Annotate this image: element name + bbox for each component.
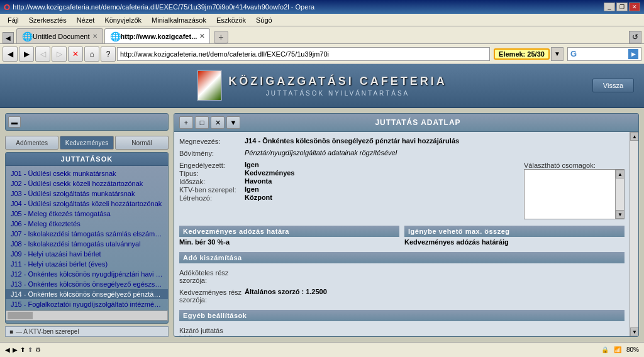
list-item-j08[interactable]: J08 - Iskolakezdési támogatás utalvánnya… — [6, 239, 168, 249]
zoom-level[interactable]: 80% — [626, 346, 639, 353]
valasztható-box[interactable]: ▲ ▼ — [524, 169, 625, 219]
kizaro-label: Kizáró juttatás kódja: — [179, 326, 242, 336]
page-content: KÖZIGAZGATÁSI CAFETERIA JUTTATÁSOK NYILV… — [0, 64, 644, 342]
list-item-j05[interactable]: J05 - Meleg étkezés támogatása — [6, 209, 168, 219]
right-panel: + □ ✕ ▼ JUTTATÁS ADATLAP Megnevezés: — [174, 113, 639, 337]
menu-szerkesztes[interactable]: Szerkesztés — [24, 15, 72, 25]
list-item-j01[interactable]: J01 - Üdülési csekk munkatársnak — [6, 168, 168, 178]
status-icons-left: ◀ ▶ ⬆ ⬆ ⚙ — [5, 346, 41, 353]
kizaro-row: Kizáró juttatás kódja: — [179, 326, 625, 336]
list-item-j06[interactable]: J06 - Meleg étkeztetés — [6, 219, 168, 229]
header-back: Vissza — [592, 79, 634, 92]
horizontal-scrollbar[interactable] — [6, 310, 168, 321]
engedélyezett-row: Engedélyezett: Igen — [179, 161, 519, 169]
egyeb-section-title: Egyéb beállítások — [179, 310, 625, 321]
valasztható-label: Választható csomagok: — [524, 161, 596, 169]
tab-kedvezmenyes[interactable]: Kedvezményes — [60, 136, 113, 150]
bovitmeny-value: Pénztár/nyugdíjszolgáltató adatainak rög… — [245, 149, 625, 157]
menu-eszkozok[interactable]: Eszközök — [211, 15, 251, 25]
megnevezes-value: J14 - Önkéntes kölcsönös önsegélyező pén… — [245, 137, 625, 145]
nav-home-button[interactable]: ⌂ — [84, 47, 99, 62]
list-item-j11[interactable]: J11 - Helyi utazási bérlet (éves) — [6, 259, 168, 269]
menu-fajl[interactable]: Fájl — [3, 15, 24, 25]
tab-adómentes[interactable]: Adómentes — [5, 136, 58, 150]
juttatások-list[interactable]: J01 - Üdülési csekk munkatársnak J02 - Ü… — [6, 166, 168, 310]
list-item-j02[interactable]: J02 - Üdülési csekk közeli hozzátartozón… — [6, 178, 168, 189]
tab1-icon: 🌐 — [22, 31, 33, 41]
tipus-row: Típus: Kedvezményes — [179, 169, 519, 177]
nav-forward-button[interactable]: ▶ — [19, 47, 34, 62]
tab2-label: http://www.kozigcafet... — [121, 33, 197, 40]
menu-konyvjelzok[interactable]: Könyvjelzők — [99, 15, 147, 25]
nav-forward2-button[interactable]: ▷ — [52, 47, 67, 62]
letrehozó-value: Központ — [245, 194, 519, 201]
element-counter: Elemek: 25/30 — [494, 48, 550, 60]
scrollbar-thumb[interactable] — [8, 312, 33, 319]
col-left: Engedélyezett: Igen Típus: Kedvezményes … — [179, 161, 519, 219]
tab-kozigcafet[interactable]: 🌐 http://www.kozigcafet... ✕ — [104, 28, 211, 43]
add-button[interactable]: + — [179, 116, 193, 129]
minimize-button[interactable]: _ — [604, 3, 615, 11]
collapse-button[interactable]: ▬ — [8, 116, 21, 128]
tab1-close[interactable]: ✕ — [92, 33, 97, 40]
right-panel-header: + □ ✕ ▼ JUTTATÁS ADATLAP — [174, 114, 638, 132]
search-button[interactable]: ▶ — [628, 49, 638, 59]
list-item-j14[interactable]: J14 - Önkéntes kölcsönös önsegélyező pén… — [6, 289, 168, 299]
list-item-j09[interactable]: J09 - Helyi utazási havi bérlet — [6, 249, 168, 259]
status-icon-1: ◀ — [5, 346, 10, 353]
coat-of-arms-logo — [197, 70, 222, 101]
bottom-status: ◀ ▶ ⬆ ⬆ ⚙ 🔒 📶 80% — [0, 342, 644, 357]
tab-control[interactable]: ◀ — [3, 32, 14, 43]
letrehozó-row: Létrehozó: Központ — [179, 194, 519, 202]
status-icon-4: ⬆ — [28, 346, 33, 353]
tab-bar: ◀ 🌐 Untitled Document ✕ 🌐 http://www.koz… — [0, 26, 644, 44]
title-bar-controls: _ ❐ ✕ — [604, 3, 640, 11]
megnevezes-label: Megnevezés: — [179, 137, 242, 145]
nav-help-button[interactable]: ? — [101, 47, 116, 62]
search-input[interactable] — [578, 50, 628, 58]
right-scroll-up[interactable]: ▲ — [630, 132, 638, 141]
igenybe-section-title: Igénybe vehető max. összeg — [404, 226, 625, 237]
menu-minikalmazasok[interactable]: Minialkalmazások — [147, 15, 211, 25]
list-item-j07[interactable]: J07 - Iskolakezdési támogatás számlás el… — [6, 229, 168, 239]
ktv-value: Igen — [245, 185, 519, 193]
address-input[interactable] — [117, 47, 490, 61]
valasztható-scrollbar[interactable]: ▲ ▼ — [615, 170, 624, 219]
main-area: ▬ Adómentes Kedvezményes Normál JUTTATÁS… — [0, 108, 644, 342]
ado-section-title: Adó kiszámítása — [179, 252, 625, 263]
scroll-down-arrow[interactable]: ▼ — [616, 210, 625, 219]
menu-nezet[interactable]: Nézet — [72, 15, 100, 25]
right-panel-scrollbar[interactable]: ▲ ▼ — [630, 132, 638, 336]
menu-sugo[interactable]: Súgó — [251, 15, 277, 25]
delete-button[interactable]: ✕ — [211, 116, 225, 129]
list-item-j03[interactable]: J03 - Üdülési szolgáltatás munkatársnak — [6, 189, 168, 199]
site-subtitle: JUTTATÁSOK NYILVÁNTARTÁSA — [228, 90, 447, 97]
list-item-j15[interactable]: J15 - Foglalkoztatói nyugdíjszolgáltató … — [6, 299, 168, 309]
right-scroll-down[interactable]: ▼ — [630, 327, 638, 336]
list-item-j04[interactable]: J04 - Üdülési szolgáltatás közeli hozzát… — [6, 199, 168, 209]
tab-normál[interactable]: Normál — [115, 136, 169, 150]
nav-stop-button[interactable]: ✕ — [68, 47, 83, 62]
more-button[interactable]: ▼ — [226, 116, 240, 129]
list-item-j12[interactable]: J12 - Önkéntes kölcsönös nyugdíjpénztári… — [6, 269, 168, 279]
tab-untitled[interactable]: 🌐 Untitled Document ✕ — [16, 28, 103, 43]
title-bar-text: http://www.kozigcafeteria.net/demo/cafet… — [13, 3, 314, 11]
restore-button[interactable]: ❐ — [616, 3, 628, 11]
valasztható-content — [525, 170, 615, 219]
nav-back2-button[interactable]: ◁ — [35, 47, 50, 62]
search-box: G ▶ — [567, 47, 641, 61]
list-item-j13[interactable]: J13 - Önkéntes kölcsönös önsegélyező egé… — [6, 279, 168, 289]
tab2-close[interactable]: ✕ — [199, 33, 204, 40]
tipus-value: Kedvezményes — [245, 169, 519, 177]
title-bar: O http://www.kozigcafeteria.net/demo/caf… — [0, 0, 644, 14]
address-dropdown[interactable]: ▼ — [551, 47, 564, 61]
nav-back-button[interactable]: ◀ — [3, 47, 18, 62]
scroll-up-arrow[interactable]: ▲ — [616, 170, 625, 178]
kedvezmenyes-szorzó-row: Kedvezményes rész szorzója: Általános sz… — [179, 288, 625, 304]
edit-button[interactable]: □ — [195, 116, 209, 129]
back-button[interactable]: Vissza — [592, 79, 634, 92]
form-area: Megnevezés: J14 - Önkéntes kölcsönös öns… — [174, 132, 630, 336]
close-button[interactable]: ✕ — [629, 3, 640, 11]
add-tab-button[interactable]: + — [214, 31, 228, 43]
site-title-block: KÖZIGAZGATÁSI CAFETERIA JUTTATÁSOK NYILV… — [228, 75, 447, 97]
